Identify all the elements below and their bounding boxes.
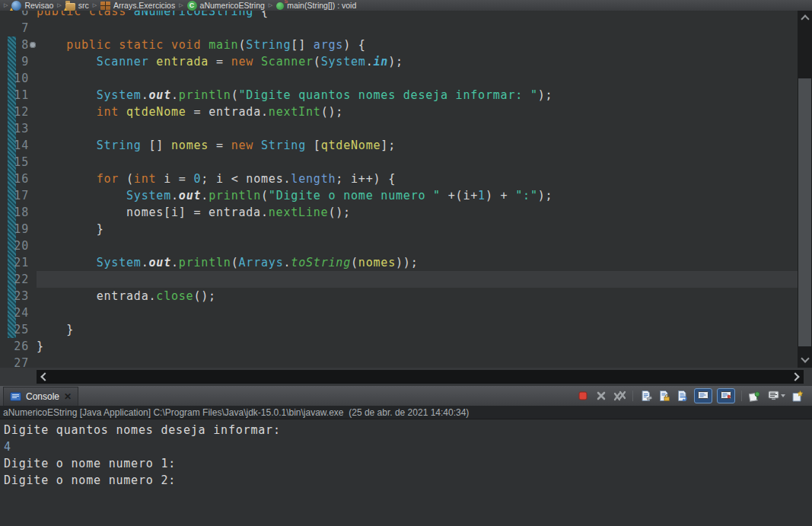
line-number: 16 bbox=[0, 171, 37, 187]
code-line[interactable]: 14 String [] nomes = new String [qtdeNom… bbox=[0, 137, 798, 154]
remove-launch-button[interactable] bbox=[594, 388, 608, 403]
code-line[interactable]: 25 } bbox=[0, 321, 798, 338]
editor-vertical-scrollbar[interactable] bbox=[798, 11, 812, 368]
pin-console-icon bbox=[749, 391, 761, 402]
code-line[interactable]: 9 Scanner entrada = new Scanner(System.i… bbox=[0, 53, 798, 70]
scroll-down-button[interactable] bbox=[798, 351, 812, 368]
terminate-icon bbox=[578, 391, 588, 401]
display-selected-console-button[interactable] bbox=[766, 388, 786, 403]
code-text bbox=[37, 304, 798, 321]
code-line[interactable]: 13 bbox=[0, 120, 798, 137]
line-number: 15 bbox=[0, 154, 37, 171]
chevron-right-icon[interactable] bbox=[791, 372, 799, 381]
console-status-line: aNumericoEString [Java Application] C:\P… bbox=[0, 406, 812, 419]
line-number: 26 bbox=[0, 338, 37, 355]
code-text: public class aNumericoEString { bbox=[37, 11, 798, 20]
open-console-button[interactable] bbox=[791, 388, 804, 403]
remove-all-terminated-icon bbox=[613, 391, 626, 401]
line-number: 6 bbox=[0, 11, 37, 20]
code-text: System.out.println("Digite o nome numero… bbox=[37, 187, 798, 204]
source-folder-icon bbox=[65, 3, 75, 11]
line-number: 25 bbox=[0, 321, 37, 338]
code-line-current[interactable]: 22 bbox=[0, 271, 798, 288]
code-line[interactable]: 19 } bbox=[0, 221, 798, 237]
remove-launch-icon bbox=[596, 391, 607, 401]
breadcrumb-item-src[interactable]: src bbox=[65, 1, 89, 11]
code-line[interactable]: 17 System.out.println("Digite o nome num… bbox=[0, 187, 798, 204]
code-text bbox=[37, 154, 798, 171]
code-lines: 6public class aNumericoEString {78 publi… bbox=[0, 11, 798, 368]
class-icon bbox=[187, 1, 197, 11]
clear-console-icon bbox=[640, 390, 652, 402]
line-number: 17 bbox=[0, 187, 37, 204]
code-text bbox=[37, 271, 798, 288]
show-stderr-toggle-button[interactable] bbox=[717, 388, 735, 403]
scroll-up-button[interactable] bbox=[798, 11, 812, 24]
code-text: for (int i = 0; i < nomes.length; i++) { bbox=[37, 171, 798, 187]
code-line[interactable]: 10 bbox=[0, 70, 798, 87]
breadcrumb-separator-icon: ▷ bbox=[57, 2, 61, 8]
breadcrumb-separator-icon: ▷ bbox=[4, 2, 8, 8]
breadcrumb: ▷Revisao▷src▷Arrays.Exercicios▷aNumerico… bbox=[0, 0, 812, 11]
line-number: 21 bbox=[0, 254, 37, 271]
breadcrumb-item-main-string-void[interactable]: main(String[]) : void bbox=[276, 1, 356, 10]
clear-console-button[interactable] bbox=[639, 388, 653, 403]
code-line[interactable]: 6public class aNumericoEString { bbox=[0, 11, 798, 20]
code-editor[interactable]: 6public class aNumericoEString {78 publi… bbox=[0, 11, 798, 368]
code-line[interactable]: 8 public static void main(String[] args)… bbox=[0, 37, 798, 53]
close-icon[interactable]: ✕ bbox=[64, 392, 72, 401]
breadcrumb-separator-icon: ▷ bbox=[93, 2, 97, 8]
scroll-lock-button[interactable] bbox=[658, 388, 671, 403]
chevron-down-icon bbox=[801, 354, 809, 362]
code-line[interactable]: 23 entrada.close(); bbox=[0, 288, 798, 304]
code-line[interactable]: 12 int qtdeNome = entrada.nextInt(); bbox=[0, 104, 798, 120]
breadcrumb-item-revisao[interactable]: Revisao bbox=[11, 1, 53, 11]
breadcrumb-item-arrays-exercicios[interactable]: Arrays.Exercicios bbox=[100, 1, 175, 10]
toolbar-separator bbox=[632, 391, 633, 401]
horizontal-scrollbar[interactable] bbox=[37, 370, 804, 384]
word-wrap-button[interactable] bbox=[676, 388, 689, 403]
code-line[interactable]: 21 System.out.println(Arrays.toString(no… bbox=[0, 254, 798, 271]
remove-all-terminated-button[interactable] bbox=[613, 388, 626, 403]
eclipse-window: ▷Revisao▷src▷Arrays.Exercicios▷aNumerico… bbox=[0, 0, 812, 526]
console-tab-label: Console bbox=[26, 391, 59, 402]
scroll-lock-icon bbox=[658, 390, 670, 402]
code-text bbox=[37, 355, 798, 368]
code-line[interactable]: 20 bbox=[0, 237, 798, 254]
code-text bbox=[37, 120, 798, 137]
line-number: 22 bbox=[0, 271, 37, 288]
line-number: 14 bbox=[0, 137, 37, 154]
code-line[interactable]: 27 bbox=[0, 355, 798, 368]
code-text: Scanner entrada = new Scanner(System.in)… bbox=[37, 53, 798, 70]
show-stdout-toggle-button[interactable] bbox=[694, 388, 712, 403]
terminate-button[interactable] bbox=[576, 388, 590, 403]
tab-console[interactable]: Console ✕ bbox=[3, 387, 78, 406]
console-icon bbox=[10, 392, 21, 401]
chevron-left-icon[interactable] bbox=[40, 372, 49, 381]
breadcrumb-separator-icon: ▷ bbox=[179, 2, 183, 8]
vertical-scrollbar-thumb[interactable] bbox=[798, 78, 811, 346]
code-line[interactable]: 15 bbox=[0, 154, 798, 171]
console-output[interactable]: Digite quantos nomes deseja informar: 4D… bbox=[0, 420, 812, 526]
editor-horizontal-scrollbar-row bbox=[0, 368, 812, 386]
code-line[interactable]: 26} bbox=[0, 338, 798, 355]
breadcrumb-label: main(String[]) : void bbox=[287, 1, 356, 10]
code-line[interactable]: 16 for (int i = 0; i < nomes.length; i++… bbox=[0, 171, 798, 187]
line-number: 18 bbox=[0, 204, 37, 221]
code-line[interactable]: 18 nomes[i] = entrada.nextLine(); bbox=[0, 204, 798, 221]
line-number: 9 bbox=[0, 53, 37, 70]
breadcrumb-separator-icon: ▷ bbox=[269, 2, 272, 8]
code-line[interactable]: 11 System.out.println("Digite quantos no… bbox=[0, 87, 798, 104]
code-text: entrada.close(); bbox=[37, 288, 798, 304]
code-text bbox=[37, 237, 798, 254]
line-number: 10 bbox=[0, 70, 37, 87]
breadcrumb-item-anumericoestring[interactable]: aNumericoEString bbox=[187, 1, 265, 11]
pin-console-button[interactable] bbox=[748, 388, 762, 403]
method-entry-marker-icon bbox=[30, 42, 36, 48]
code-line[interactable]: 24 bbox=[0, 304, 798, 321]
stderr-console-icon bbox=[721, 391, 731, 400]
code-text: System.out.println("Digite quantos nomes… bbox=[37, 87, 798, 104]
code-line[interactable]: 7 bbox=[0, 20, 798, 37]
breadcrumb-label: Arrays.Exercicios bbox=[113, 1, 175, 10]
java-project-icon bbox=[11, 1, 21, 11]
